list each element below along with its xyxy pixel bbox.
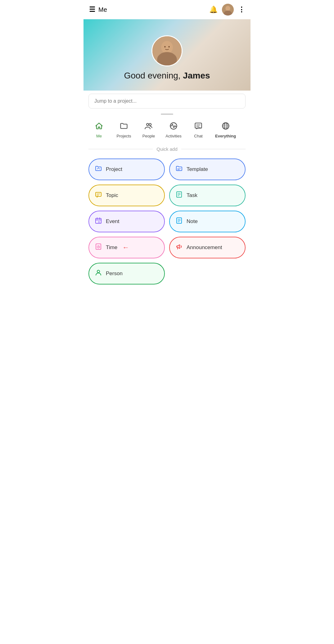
scroll-handle-bar	[161, 114, 173, 115]
svg-point-9	[169, 46, 170, 47]
nav-tabs: Me Projects People Activities	[84, 116, 250, 141]
people-icon	[144, 122, 153, 132]
svg-point-8	[165, 46, 166, 47]
hero-banner: Good evening, James	[84, 19, 250, 91]
svg-rect-13	[195, 123, 202, 128]
hero-greeting: Good evening, James	[124, 71, 210, 81]
divider-line-left	[88, 149, 153, 149]
time-label: Time	[106, 244, 117, 251]
person-icon	[95, 269, 102, 278]
hero-name: James	[183, 71, 210, 80]
quick-add-grid: Project Template	[88, 159, 246, 284]
add-project-button[interactable]: Project	[88, 159, 165, 180]
tab-projects[interactable]: Projects	[111, 119, 136, 141]
svg-point-10	[147, 123, 149, 126]
add-person-button[interactable]: Person	[88, 263, 165, 284]
add-announcement-button[interactable]: Announcement	[169, 237, 246, 258]
scroll-handle	[84, 112, 250, 116]
svg-point-11	[149, 123, 151, 126]
task-label: Task	[187, 192, 197, 199]
announcement-label: Announcement	[187, 244, 222, 251]
top-bar-left: ☰ Me	[89, 6, 107, 14]
tab-me[interactable]: Me	[87, 119, 111, 141]
tab-everything[interactable]: Everything	[211, 119, 240, 141]
chat-icon	[194, 122, 203, 132]
add-event-button[interactable]: 31 Event	[88, 211, 165, 232]
svg-point-3	[226, 6, 230, 11]
tab-everything-label: Everything	[215, 134, 236, 138]
divider-line-right	[181, 149, 246, 149]
tab-people-label: People	[142, 134, 155, 138]
home-icon	[95, 122, 103, 132]
quick-add-section: Quick add Project T	[84, 141, 250, 288]
svg-point-5	[161, 41, 173, 54]
note-icon	[175, 217, 183, 226]
avatar[interactable]	[222, 4, 234, 16]
tab-activities[interactable]: Activities	[161, 119, 186, 141]
tab-me-label: Me	[96, 134, 102, 138]
tab-chat[interactable]: Chat	[186, 119, 211, 141]
time-icon	[95, 243, 102, 252]
quick-add-divider: Quick add	[88, 146, 246, 152]
tab-projects-label: Projects	[117, 134, 131, 138]
note-label: Note	[187, 218, 198, 225]
hamburger-icon[interactable]: ☰	[89, 6, 95, 14]
top-bar: ☰ Me 🔔 ⋮	[84, 0, 250, 19]
add-topic-button[interactable]: Topic	[88, 185, 165, 206]
add-task-button[interactable]: Task	[169, 185, 246, 206]
svg-rect-25	[96, 192, 101, 196]
more-options-icon[interactable]: ⋮	[238, 6, 245, 14]
add-time-button[interactable]: Time ←	[88, 237, 165, 258]
task-icon	[175, 191, 183, 200]
folder-icon	[120, 122, 128, 132]
svg-point-46	[97, 270, 100, 273]
top-bar-right: 🔔 ⋮	[209, 4, 245, 16]
project-label: Project	[106, 166, 122, 172]
tab-people[interactable]: People	[136, 119, 161, 141]
hero-avatar	[151, 35, 183, 66]
tab-chat-label: Chat	[194, 134, 202, 138]
add-template-button[interactable]: Template	[169, 159, 246, 180]
tab-activities-label: Activities	[165, 134, 181, 138]
search-container	[84, 91, 250, 112]
topic-icon	[95, 191, 102, 200]
project-icon	[95, 165, 102, 174]
svg-line-44	[98, 247, 99, 247]
globe-icon	[221, 122, 230, 132]
event-icon: 31	[95, 217, 102, 226]
person-label: Person	[106, 271, 123, 277]
page-title: Me	[98, 6, 107, 13]
bell-icon[interactable]: 🔔	[209, 6, 218, 14]
event-label: Event	[106, 218, 119, 225]
template-icon	[175, 165, 183, 174]
topic-label: Topic	[106, 192, 118, 199]
svg-text:31: 31	[98, 221, 100, 223]
add-note-button[interactable]: Note	[169, 211, 246, 232]
svg-line-21	[97, 168, 98, 169]
announcement-icon	[175, 243, 183, 252]
quick-add-label: Quick add	[156, 146, 178, 152]
svg-line-22	[98, 168, 100, 169]
arrow-indicator: ←	[122, 244, 129, 252]
template-label: Template	[187, 166, 208, 172]
search-input[interactable]	[88, 94, 246, 109]
activities-icon	[169, 122, 178, 132]
